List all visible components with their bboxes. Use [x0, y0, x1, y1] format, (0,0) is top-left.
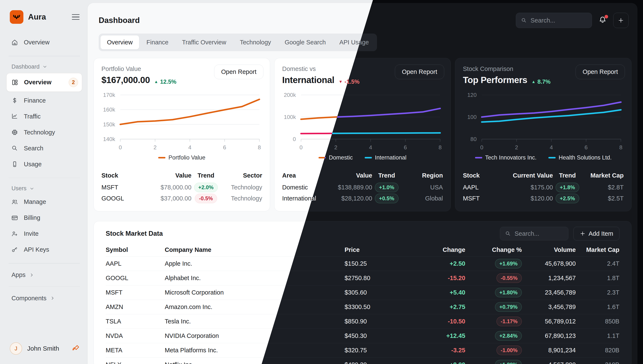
card-table-header: StockCurrent ValueTrendMarket Cap: [463, 170, 624, 181]
svg-text:8: 8: [439, 144, 442, 150]
cell-change-pct: +2.84%: [465, 331, 522, 341]
change-pct-pill: -0.55%: [497, 273, 522, 283]
tab-traffic-overview[interactable]: Traffic Overview: [176, 36, 233, 49]
card-table-header: StockValueTrendSector: [101, 170, 262, 181]
svg-text:160k: 160k: [103, 106, 115, 113]
delta-badge: ▲8.7%: [532, 78, 550, 85]
svg-text:2: 2: [515, 144, 518, 150]
divider: [9, 263, 80, 264]
cell-change-pct: +0.79%: [465, 302, 522, 312]
search-icon: [505, 230, 511, 237]
sidebar-item-billing[interactable]: Billing: [6, 210, 82, 226]
tab-google-search[interactable]: Google Search: [278, 36, 332, 49]
table-row: AAPL$175.00 +1.8% $2.8T: [463, 182, 624, 193]
notification-count-badge: 2: [69, 78, 78, 87]
legend-item: Tech Innovators Inc.: [475, 154, 537, 161]
search-input[interactable]: [531, 17, 587, 24]
cell-market-cap: 1.6T: [576, 304, 619, 310]
notifications-button[interactable]: [598, 16, 607, 25]
cell-market-cap: 820B: [576, 347, 619, 354]
table-search-input[interactable]: [515, 230, 563, 237]
global-search: [516, 13, 592, 28]
card-value: International: [282, 75, 334, 85]
sidebar-link-components[interactable]: Components: [6, 292, 82, 304]
svg-text:6: 6: [223, 144, 226, 150]
change-pct-pill: +1.69%: [495, 259, 522, 268]
add-new-button[interactable]: [613, 13, 628, 28]
sidebar-item-search[interactable]: Search: [6, 140, 82, 156]
trend-pill: -0.5%: [195, 194, 217, 203]
cell-volume: 23,456,789: [522, 289, 576, 296]
sidebar-item-finance[interactable]: Finance: [6, 92, 82, 108]
cell-price: $450.30: [344, 332, 419, 339]
chevron-down-icon: [29, 186, 35, 191]
notification-dot: [604, 15, 608, 18]
cell-price: $150.25: [344, 260, 419, 267]
section-label-dashboard[interactable]: Dashboard: [12, 64, 82, 70]
hamburger-menu-icon[interactable]: [71, 14, 80, 21]
tab-technology[interactable]: Technology: [234, 36, 278, 49]
sidebar-item-api-keys[interactable]: API Keys: [6, 242, 82, 258]
sidebar-item-manage[interactable]: Manage: [6, 194, 82, 210]
svg-text:170k: 170k: [103, 92, 115, 98]
theme-brush-icon[interactable]: [71, 344, 80, 353]
key-icon: [11, 246, 18, 253]
user-profile[interactable]: J John Smith: [6, 342, 82, 355]
cell-symbol: META: [106, 347, 165, 354]
cell-change: +5.40: [419, 289, 465, 296]
cell-symbol: NFLX: [106, 361, 165, 364]
tab-overview[interactable]: Overview: [100, 35, 139, 50]
cell-price: $850.90: [344, 318, 419, 325]
line-chart-icon: [11, 113, 18, 120]
sidebar-item-invite[interactable]: Invite: [6, 226, 82, 242]
open-report-button[interactable]: Open Report: [576, 64, 625, 79]
credit-card-icon: [11, 214, 18, 222]
sidebar-item-traffic[interactable]: Traffic: [6, 108, 82, 124]
svg-text:120: 120: [467, 92, 477, 98]
svg-text:150k: 150k: [103, 121, 115, 128]
chart-legend: Tech Innovators Inc.Health Solutions Ltd…: [463, 154, 624, 161]
divider: [9, 178, 80, 178]
cell-symbol: GOOGL: [106, 274, 165, 282]
trend-pill: +1.0%: [375, 183, 399, 192]
sidebar-item-overview[interactable]: Overview 2: [6, 73, 82, 92]
svg-text:4: 4: [369, 144, 372, 150]
sidebar-item-usage[interactable]: Usage: [6, 156, 82, 172]
svg-text:0: 0: [480, 144, 483, 150]
cell-change-pct: -0.55%: [465, 273, 522, 283]
plus-icon: [580, 231, 586, 236]
market-controls: Add Item: [500, 227, 619, 240]
svg-text:100: 100: [467, 114, 477, 120]
user-plus-icon: [11, 230, 18, 238]
svg-text:8: 8: [619, 144, 622, 150]
add-item-button[interactable]: Add Item: [573, 227, 619, 240]
cell-change: +2.75: [419, 304, 465, 310]
cell-change-pct: -1.17%: [465, 317, 522, 326]
legend-swatch: [365, 157, 372, 158]
svg-text:140k: 140k: [103, 136, 115, 142]
market-title: Stock Market Data: [106, 230, 163, 238]
sidebar-item-technology[interactable]: Technology: [6, 124, 82, 140]
sidebar-item-overview-top[interactable]: Overview: [6, 34, 82, 50]
chart-legend: Portfolio Value: [101, 154, 262, 161]
svg-text:4: 4: [188, 144, 191, 150]
open-report-button[interactable]: Open Report: [395, 64, 444, 79]
smartphone-icon: [11, 160, 18, 168]
svg-text:6: 6: [584, 144, 588, 150]
cell-symbol: TSLA: [106, 318, 165, 325]
section-label-users[interactable]: Users: [12, 185, 82, 192]
dashboard-tabs: Overview Finance Traffic Overview Techno…: [99, 34, 377, 51]
cell-change-pct: +1.80%: [465, 288, 522, 297]
search-icon: [11, 144, 18, 152]
svg-text:8: 8: [258, 144, 261, 150]
top-controls: [516, 13, 628, 28]
sidebar-link-apps[interactable]: Apps: [6, 269, 82, 281]
cell-symbol: AMZN: [106, 304, 165, 310]
dashboard-grid-icon: [11, 79, 19, 86]
aura-logo-icon: [10, 10, 23, 24]
cell-price: $2750.80: [344, 274, 419, 282]
svg-text:100k: 100k: [284, 114, 296, 120]
search-icon: [521, 17, 527, 24]
open-report-button[interactable]: Open Report: [214, 64, 264, 79]
tab-finance[interactable]: Finance: [140, 36, 175, 49]
